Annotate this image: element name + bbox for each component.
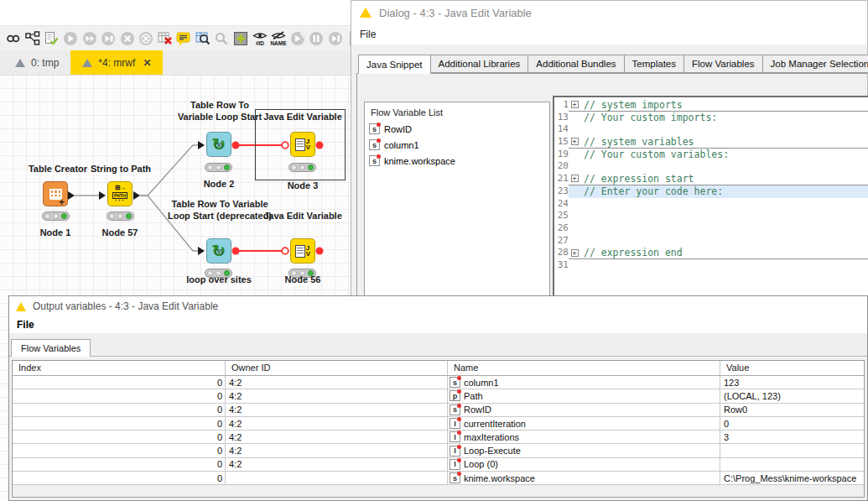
execute-all-icon[interactable] — [81, 29, 98, 49]
variable-name: Loop (0) — [464, 459, 498, 469]
dialog-tabstrip: Java SnippetAdditional LibrariesAddition… — [358, 55, 868, 73]
node-layout-icon[interactable] — [24, 29, 42, 49]
table-row[interactable]: 04:2scolumn1123 — [13, 376, 864, 389]
variable-name: Loop-Execute — [464, 446, 521, 456]
flow-variable-type-icon-s: s — [369, 139, 380, 150]
knime-triangle-icon — [15, 59, 25, 67]
tab-java-snippet[interactable]: Java Snippet — [358, 55, 431, 74]
file-menu[interactable]: File — [360, 29, 376, 40]
editor-line: 13// Your custom imports: — [554, 112, 868, 124]
pause-icon[interactable] — [308, 29, 325, 49]
column-header-index[interactable]: Index — [13, 361, 226, 375]
zoom-selection-icon[interactable] — [195, 29, 212, 49]
file-menu[interactable]: File — [17, 319, 34, 331]
java-snippet-editor[interactable]: 1+// system imports13// Your custom impo… — [553, 96, 868, 296]
cell-name: IcurrentIteration — [448, 417, 720, 430]
line-number: 25 — [554, 210, 569, 222]
cancel-all-icon[interactable] — [138, 29, 155, 49]
editor-line: 20 — [554, 160, 868, 173]
fold-gutter — [569, 235, 580, 248]
line-number: 19 — [554, 149, 569, 161]
tab-flow-variables[interactable]: Flow Variables — [11, 339, 91, 357]
output-variables-window: Output variables - 4:3 - Java Edit Varia… — [8, 295, 868, 501]
flow-variable-type-icon-I: I — [450, 459, 460, 470]
tab-additional-libraries[interactable]: Additional Libraries — [431, 55, 529, 73]
add-node-icon[interactable] — [232, 29, 250, 49]
editor-line: 28+// expression end — [554, 247, 868, 259]
cell-name: ILoop-Execute — [448, 444, 720, 457]
node-string-to-path[interactable]: ⊞→PATH··· — [107, 181, 133, 206]
cancel-icon[interactable] — [118, 29, 136, 49]
fold-expand-icon[interactable]: + — [571, 175, 579, 182]
table-row[interactable]: 04:2ImaxIterations3 — [13, 431, 864, 444]
node-table-creator[interactable]: + — [43, 181, 68, 206]
code-text: // Your custom variables: — [580, 149, 729, 161]
resume-icon[interactable] — [288, 29, 306, 49]
table-row[interactable]: 04:2IcurrentIteration0 — [13, 417, 864, 431]
cell-owner-id — [226, 472, 448, 484]
table-row[interactable]: 04:2pPath(LOCAL, 123) — [13, 389, 864, 403]
workflow-tab-1[interactable]: 0: tmp — [3, 50, 70, 75]
tab-additional-bundles[interactable]: Additional Bundles — [528, 55, 624, 73]
variable-name: currentIteration — [464, 419, 526, 429]
column-header-owner-id[interactable]: Owner ID — [226, 361, 448, 375]
cell-owner-id: 4:2 — [226, 458, 448, 471]
flow-variable-item[interactable]: sknime.workspace — [365, 153, 549, 169]
step-icon[interactable] — [327, 29, 345, 49]
variable-name: RowID — [464, 404, 491, 415]
variable-name: column1 — [464, 378, 499, 388]
flow-variable-item[interactable]: sRowID — [365, 121, 549, 137]
show-node-id-icon[interactable]: #ID — [251, 29, 268, 49]
reset-icon[interactable] — [157, 29, 174, 49]
output-tabstrip: Flow Variables — [9, 333, 867, 357]
cell-name: ImaxIterations — [448, 431, 720, 443]
flow-variable-item[interactable]: scolumn1 — [365, 137, 549, 153]
tab-job-manager-selection[interactable]: Job Manager Selection — [763, 55, 868, 73]
variable-name: Path — [464, 391, 483, 401]
table-row[interactable]: 04:2ILoop (0) — [13, 458, 864, 472]
fold-gutter: + — [569, 136, 580, 149]
node-java-edit-variable[interactable]: JV — [290, 132, 315, 157]
workflow-tab-label: *4: mrwf — [98, 57, 135, 69]
node-name-label: Node 2 — [204, 179, 235, 190]
node-title-label: Java Edit Variable — [263, 211, 342, 222]
editor-line: 19// Your custom variables: — [554, 149, 868, 161]
traffic-light — [42, 211, 70, 221]
search-icon[interactable] — [213, 29, 231, 49]
cell-value: C:\Prog_Mess\knime-workspace — [720, 472, 864, 484]
fold-expand-icon[interactable]: + — [571, 249, 579, 257]
tab-templates[interactable]: Templates — [625, 55, 684, 73]
column-header-value[interactable]: Value — [720, 361, 864, 375]
fold-expand-icon[interactable]: + — [571, 138, 579, 145]
node-java-edit-variable[interactable]: JV — [290, 238, 315, 264]
main-toolbar: #IDNAME — [0, 25, 351, 50]
table-row[interactable]: 0sknime.workspaceC:\Prog_Mess\knime-work… — [13, 472, 864, 485]
fold-gutter: + — [569, 173, 580, 185]
node-name-label: Node 56 — [285, 274, 321, 285]
tab-flow-variables[interactable]: Flow Variables — [684, 55, 763, 73]
fold-gutter — [569, 160, 580, 173]
table-row[interactable]: 04:2sRowIDRow0 — [13, 404, 864, 417]
editor-line: 21+// expression start — [554, 173, 868, 185]
table-row[interactable]: 04:2ILoop-Execute — [13, 444, 864, 457]
close-tab-icon[interactable]: ✕ — [143, 57, 151, 69]
comment-icon[interactable] — [175, 29, 193, 49]
workflow-tabbar: 0: tmp*4: mrwf✕ — [0, 50, 351, 76]
link-icon[interactable] — [5, 29, 23, 49]
node-loop-start[interactable]: ↻(V) — [206, 132, 231, 157]
node-loop-start[interactable]: ↻(V) — [206, 238, 231, 264]
workflow-tab-2[interactable]: *4: mrwf✕ — [70, 50, 163, 75]
save-icon[interactable] — [43, 29, 60, 49]
hide-node-name-icon[interactable]: NAME — [270, 29, 288, 49]
execute-icon[interactable] — [62, 29, 80, 49]
node-name-label: loop over sites — [186, 274, 252, 285]
cell-index: 0 — [13, 458, 226, 471]
knime-triangle-icon — [16, 302, 26, 311]
node-title-label: String to Path — [91, 164, 151, 175]
line-number: 26 — [554, 222, 569, 235]
column-header-name[interactable]: Name — [448, 361, 720, 375]
flow-variable-name: knime.workspace — [384, 156, 455, 166]
step-loop-icon[interactable] — [100, 29, 117, 49]
cell-value: (LOCAL, 123) — [720, 389, 864, 402]
fold-expand-icon[interactable]: + — [571, 101, 579, 108]
